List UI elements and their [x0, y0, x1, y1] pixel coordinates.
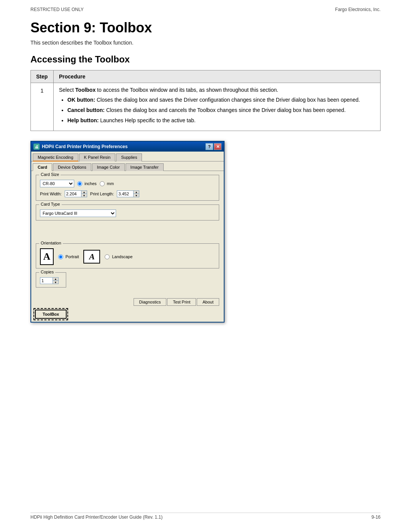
- copies-input[interactable]: [40, 277, 53, 284]
- landscape-icon: A: [83, 250, 100, 264]
- toolbox-btn-container: ToolBox: [31, 308, 224, 322]
- copies-label: Copies: [39, 270, 55, 274]
- subsection-title: Accessing the Toolbox: [30, 54, 381, 65]
- bullet-ok: OK button: Closes the dialog box and sav…: [67, 96, 375, 104]
- step-main-text: Select Toolbox to access the Toolbox win…: [59, 87, 375, 93]
- tab-content: Card Size CR-80 inches mm: [31, 171, 224, 296]
- print-length-arrows: ▲ ▼: [134, 190, 139, 197]
- card-type-row: Fargo UltraCard III: [40, 209, 215, 217]
- titlebar-buttons: ? ✕: [206, 143, 221, 150]
- card-type-dropdown[interactable]: Fargo UltraCard III: [40, 209, 116, 217]
- mm-label: mm: [107, 181, 114, 186]
- orientation-group: Orientation A Portrait A Landscape: [36, 243, 219, 268]
- landscape-label: Landscape: [112, 254, 132, 259]
- page-header: RESTRICTED USE ONLY Fargo Electronics, I…: [0, 0, 411, 14]
- print-length-down[interactable]: ▼: [134, 194, 139, 197]
- print-width-up[interactable]: ▲: [81, 191, 87, 194]
- tab-image-color[interactable]: Image Color: [92, 163, 125, 171]
- printer-icon: 🖨: [33, 144, 40, 150]
- inches-radio-group: inches: [77, 181, 97, 186]
- titlebar: 🖨 HDPii Card Printer Printing Preference…: [31, 142, 224, 152]
- orientation-row: A Portrait A Landscape: [40, 248, 215, 265]
- card-type-group: Card Type Fargo UltraCard III: [36, 204, 219, 220]
- step-number: 1: [31, 83, 54, 131]
- col-procedure: Procedure: [54, 70, 381, 83]
- header-right: Fargo Electronics, Inc.: [335, 7, 381, 12]
- card-type-label: Card Type: [39, 202, 62, 206]
- header-left: RESTRICTED USE ONLY: [30, 7, 84, 12]
- win-dialog: 🖨 HDPii Card Printer Printing Preference…: [30, 141, 225, 323]
- cancel-label: Cancel button:: [67, 107, 105, 113]
- print-width-spinner[interactable]: ▲ ▼: [65, 190, 87, 197]
- copies-down[interactable]: ▼: [53, 281, 58, 284]
- mm-radio-group: mm: [100, 181, 114, 186]
- card-size-row: CR-80 inches mm: [40, 180, 215, 187]
- titlebar-left: 🖨 HDPii Card Printer Printing Preference…: [33, 144, 127, 150]
- card-size-label: Card Size: [39, 172, 61, 177]
- ok-text: Closes the dialog box and saves the Driv…: [97, 97, 360, 103]
- portrait-icon: A: [40, 248, 54, 265]
- inches-label: inches: [84, 181, 97, 186]
- ok-label: OK button:: [67, 97, 95, 103]
- footer-left: HDPii High Definition Card Printer/Encod…: [30, 514, 162, 520]
- tab-magnetic-encoding[interactable]: Magnetic Encoding: [33, 153, 78, 161]
- copies-group: Copies ▲ ▼: [36, 272, 66, 288]
- radio-portrait[interactable]: [58, 254, 63, 259]
- landscape-radio-group: Landscape: [105, 254, 132, 259]
- page-footer: HDPii High Definition Card Printer/Encod…: [0, 510, 411, 524]
- bullet-list: OK button: Closes the dialog box and sav…: [59, 96, 375, 125]
- toolbox-bold: Toolbox: [75, 87, 96, 93]
- help-label: Help button:: [67, 117, 99, 123]
- print-width-arrows: ▲ ▼: [81, 190, 87, 197]
- print-width-down[interactable]: ▼: [81, 194, 87, 197]
- diagnostics-button[interactable]: Diagnostics: [134, 298, 167, 306]
- spacer-area: [36, 224, 219, 243]
- radio-landscape[interactable]: [105, 254, 110, 259]
- copies-spinner[interactable]: ▲ ▼: [40, 277, 59, 284]
- test-print-button[interactable]: Test Print: [167, 298, 196, 306]
- dialog-container: 🖨 HDPii Card Printer Printing Preference…: [30, 141, 381, 323]
- about-button[interactable]: About: [197, 298, 219, 306]
- cancel-text: Closes the dialog box and cancels the To…: [106, 107, 346, 113]
- orientation-label: Orientation: [39, 241, 63, 245]
- bottom-btn-row: Diagnostics Test Print About: [31, 296, 224, 308]
- bullet-cancel: Cancel button: Closes the dialog box and…: [67, 106, 375, 114]
- table-row: 1 Select Toolbox to access the Toolbox w…: [31, 83, 381, 131]
- tab-row-2: Card Device Options Image Color Image Tr…: [31, 161, 224, 171]
- print-width-label: Print Width:: [40, 192, 62, 196]
- tab-row-1: Magnetic Encoding K Panel Resin Supplies: [31, 152, 224, 161]
- tab-image-transfer[interactable]: Image Transfer: [126, 163, 164, 171]
- dialog-title: HDPii Card Printer Printing Preferences: [42, 144, 127, 149]
- print-length-input[interactable]: [117, 190, 134, 197]
- tab-supplies[interactable]: Supplies: [116, 153, 142, 161]
- print-length-label: Print Length:: [90, 192, 114, 196]
- step-content: Select Toolbox to access the Toolbox win…: [54, 83, 381, 131]
- tab-k-panel-resin[interactable]: K Panel Resin: [79, 153, 116, 161]
- col-step: Step: [31, 70, 54, 83]
- close-button[interactable]: ✕: [214, 143, 221, 150]
- toolbox-button[interactable]: ToolBox: [35, 310, 67, 319]
- radio-mm[interactable]: [100, 181, 105, 186]
- print-width-input[interactable]: [65, 190, 81, 197]
- procedure-table: Step Procedure 1 Select Toolbox to acces…: [30, 70, 381, 131]
- section-intro: This section describes the Toolbox funct…: [30, 40, 381, 46]
- portrait-label: Portrait: [65, 254, 79, 259]
- bullet-help: Help button: Launches Help specific to t…: [67, 117, 375, 125]
- portrait-radio-group: Portrait: [58, 254, 79, 259]
- copies-arrows: ▲ ▼: [53, 277, 59, 284]
- main-content: Section 9: Toolbox This section describe…: [0, 14, 411, 349]
- radio-inches[interactable]: [77, 181, 82, 186]
- copies-up[interactable]: ▲: [53, 278, 58, 281]
- print-length-spinner[interactable]: ▲ ▼: [117, 190, 139, 197]
- print-length-up[interactable]: ▲: [134, 191, 139, 194]
- card-size-dropdown[interactable]: CR-80: [40, 180, 74, 187]
- tab-device-options[interactable]: Device Options: [53, 163, 91, 171]
- card-size-group: Card Size CR-80 inches mm: [36, 175, 219, 201]
- help-button[interactable]: ?: [206, 143, 213, 150]
- print-dims-row: Print Width: ▲ ▼ Print Length:: [40, 190, 215, 197]
- tab-card[interactable]: Card: [33, 163, 52, 171]
- help-text: Launches Help specific to the active tab…: [100, 117, 196, 123]
- footer-right: 9-16: [371, 514, 381, 520]
- copies-row: ▲ ▼: [40, 277, 62, 284]
- section-title: Section 9: Toolbox: [30, 20, 381, 36]
